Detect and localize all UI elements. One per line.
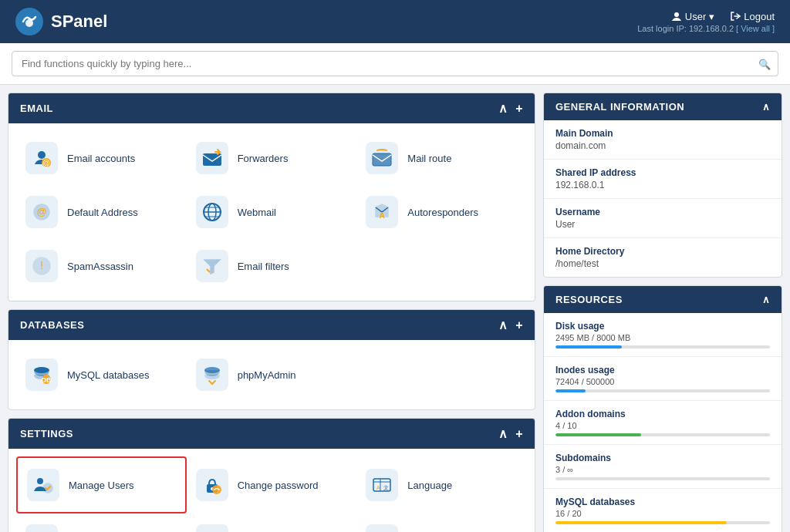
mail-route-icon: [366, 142, 398, 174]
general-info-header: GENERAL INFORMATION ∧: [544, 93, 782, 120]
request-feature-icon: ✦: [366, 524, 398, 532]
main-domain-label: Main Domain: [555, 128, 770, 139]
disk-usage-row: Disk usage 2495 MB / 8000 MB: [544, 313, 782, 357]
left-panel: EMAIL ∧ + @ Email accounts For: [8, 93, 535, 532]
mysql-databases-res-progress: [555, 521, 770, 524]
language-label: Language: [407, 480, 452, 491]
email-filters-icon: [196, 250, 228, 282]
logout-icon: [730, 11, 741, 22]
default-address-icon: @: [25, 196, 58, 228]
main-domain-row: Main Domain domain.com: [544, 120, 782, 160]
addon-domains-row: Addon domains 4 / 10: [544, 401, 782, 445]
svg-line-19: [207, 269, 210, 272]
mysql-databases-res-fill: [555, 521, 727, 524]
user-dropdown-icon: ▾: [709, 11, 714, 22]
general-info-collapse-icon[interactable]: ∧: [762, 101, 771, 113]
email-filters-label: Email filters: [238, 261, 289, 272]
settings-collapse-icon[interactable]: ∧: [498, 426, 508, 441]
svg-rect-6: [203, 153, 221, 166]
user-label: User: [685, 11, 706, 22]
main-layout: EMAIL ∧ + @ Email accounts For: [0, 85, 790, 532]
subdomains-row: Subdomains 3 / ∞: [544, 445, 782, 489]
subdomains-progress: [555, 477, 770, 480]
svg-point-24: [37, 478, 43, 484]
mail-route-item[interactable]: Mail route: [356, 131, 527, 185]
shared-ip-value: 192.168.0.1: [555, 180, 770, 190]
mysql-databases-res-label: MySQL databases: [555, 497, 770, 507]
last-login-info: Last login IP: 192.168.0.2 [ View all ]: [637, 24, 775, 33]
svg-point-1: [25, 19, 33, 27]
email-accounts-label: Email accounts: [67, 153, 135, 164]
disk-usage-value: 2495 MB / 8000 MB: [555, 333, 770, 342]
inodes-usage-progress: [555, 389, 770, 392]
settings-section: SETTINGS ∧ + Manage Users Cha: [8, 418, 535, 532]
change-password-item[interactable]: Change password: [187, 456, 357, 513]
logo-text: SPanel: [51, 12, 107, 32]
manage-2fa-item[interactable]: 2F Manage 2FA: [187, 513, 357, 532]
databases-section-header: DATABASES ∧ +: [8, 310, 535, 340]
contact-email-icon: [25, 524, 58, 532]
spanel-logo-icon: [15, 8, 43, 35]
email-filters-item[interactable]: Email filters: [187, 239, 357, 293]
email-collapse-icon[interactable]: ∧: [498, 101, 508, 116]
language-item[interactable]: A文 Language: [356, 456, 527, 513]
addon-domains-fill: [555, 433, 641, 436]
shared-ip-row: Shared IP address 192.168.0.1: [544, 160, 782, 199]
forwarders-label: Forwarders: [238, 153, 289, 164]
databases-collapse-icon[interactable]: ∧: [498, 318, 508, 332]
resources-card: RESOURCES ∧ Disk usage 2495 MB / 8000 MB…: [543, 285, 782, 532]
default-address-item[interactable]: @ Default Address: [16, 185, 187, 239]
svg-point-3: [38, 151, 46, 159]
svg-text:@: @: [42, 159, 50, 167]
last-login-text: Last login IP: 192.168.0.2: [637, 24, 734, 33]
search-input[interactable]: [12, 51, 778, 76]
resources-title: RESOURCES: [555, 294, 623, 305]
email-accounts-icon: @: [25, 142, 58, 174]
email-accounts-item[interactable]: @ Email accounts: [16, 131, 187, 185]
spamassassin-item[interactable]: ! SpamAssassin: [16, 239, 187, 293]
databases-add-icon[interactable]: +: [515, 318, 523, 332]
settings-section-header: SETTINGS ∧ +: [8, 419, 535, 449]
username-label: Username: [555, 207, 770, 217]
manage-users-icon: [27, 469, 59, 501]
search-bar: 🔍: [0, 43, 790, 85]
disk-usage-fill: [555, 345, 622, 348]
shared-ip-label: Shared IP address: [555, 167, 770, 178]
phpmyadmin-item[interactable]: phpMyAdmin: [187, 348, 357, 402]
settings-add-icon[interactable]: +: [515, 427, 523, 441]
mysql-databases-res-row: MySQL databases 16 / 20: [544, 489, 782, 532]
user-icon: [671, 11, 682, 22]
spamassassin-icon: !: [25, 250, 58, 282]
addon-domains-value: 4 / 10: [555, 421, 770, 430]
svg-text:A: A: [376, 485, 380, 490]
contact-email-item[interactable]: Contact Email: [16, 513, 187, 532]
svg-text:!: !: [40, 259, 43, 271]
view-all-link[interactable]: [ View all ]: [736, 24, 775, 33]
inodes-usage-label: Inodes usage: [555, 365, 770, 375]
request-feature-item[interactable]: ✦ Request a Feature: [356, 513, 527, 532]
mysql-icon: DB: [25, 359, 58, 391]
manage-2fa-icon: 2F: [196, 524, 228, 532]
email-grid: @ Email accounts Forwarders Mail route: [8, 123, 535, 301]
home-directory-label: Home Directory: [555, 246, 770, 257]
databases-grid: DB MySQL databases phpMyAdmin: [8, 340, 535, 409]
mysql-databases-res-value: 16 / 20: [555, 509, 770, 518]
addon-domains-label: Addon domains: [555, 409, 770, 419]
email-add-icon[interactable]: +: [515, 102, 523, 116]
autoresponders-item[interactable]: A Autoresponders: [356, 185, 527, 239]
settings-grid: Manage Users Change password A文 Language: [8, 449, 535, 532]
search-input-wrap: 🔍: [12, 51, 778, 76]
username-value: User: [555, 219, 770, 230]
manage-users-item[interactable]: Manage Users: [16, 456, 187, 513]
webmail-item[interactable]: Webmail: [187, 185, 357, 239]
forwarders-item[interactable]: Forwarders: [187, 131, 357, 185]
email-section-controls: ∧ +: [498, 101, 523, 116]
resources-collapse-icon[interactable]: ∧: [762, 294, 771, 305]
user-menu-button[interactable]: User ▾: [671, 11, 714, 22]
inodes-usage-fill: [555, 389, 586, 392]
databases-section-title: DATABASES: [20, 319, 84, 331]
mysql-databases-item[interactable]: DB MySQL databases: [16, 348, 187, 402]
svg-text:@: @: [37, 206, 47, 217]
logout-button[interactable]: Logout: [730, 11, 775, 22]
phpmyadmin-icon: [196, 359, 228, 391]
